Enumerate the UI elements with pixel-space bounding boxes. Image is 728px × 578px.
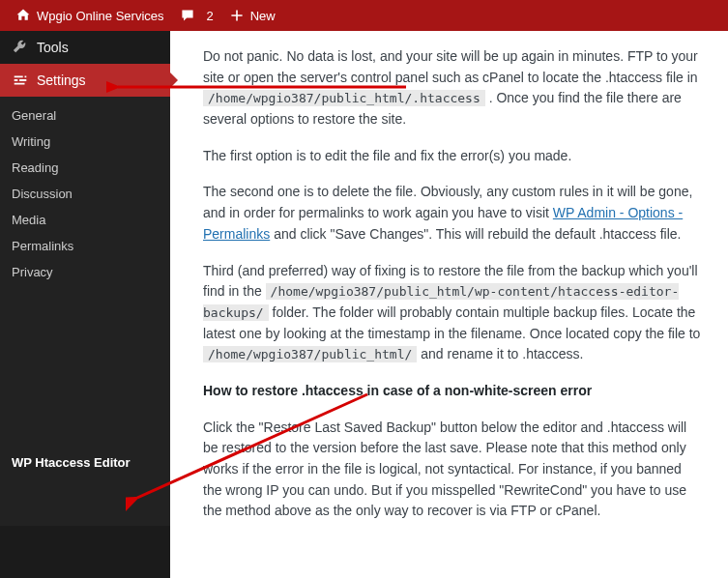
paragraph-option3: Third (and preferred) way of fixing is t… — [203, 261, 703, 365]
comment-icon — [180, 8, 195, 23]
menu-tools-label: Tools — [37, 40, 69, 55]
new-link[interactable]: New — [221, 0, 283, 31]
submenu-wp-htaccess-editor[interactable]: WP Htaccess Editor — [0, 449, 170, 476]
site-link[interactable]: Wpgio Online Services — [8, 0, 172, 31]
settings-submenu: General Writing Reading Discussion Media… — [0, 97, 170, 526]
sliders-icon — [12, 72, 29, 89]
comments-count: 2 — [207, 9, 214, 23]
submenu-media[interactable]: Media — [0, 207, 170, 233]
admin-sidebar: Tools Settings General Writing Reading D… — [0, 31, 170, 578]
text: and rename it to .htaccess. — [421, 346, 583, 361]
paragraph-intro: Do not panic. No data is lost, and your … — [203, 46, 703, 130]
paragraph-option2: The second one is to delete the file. Ob… — [203, 182, 703, 245]
code-publichtml-path: /home/wpgio387/public_html/ — [203, 346, 417, 362]
menu-settings-label: Settings — [37, 72, 86, 88]
submenu-general[interactable]: General — [0, 102, 170, 129]
text: folder. The folder will probably contain… — [203, 304, 700, 341]
text: Do not panic. No data is lost, and your … — [203, 48, 698, 85]
submenu-permalinks[interactable]: Permalinks — [0, 233, 170, 259]
code-htaccess-path: /home/wpgio387/public_html/.htaccess — [203, 90, 485, 106]
strong-text: How to restore .htaccess in case of a no… — [203, 383, 592, 398]
paragraph-restore-button: Click the "Restore Last Saved Backup" bu… — [203, 418, 703, 522]
comments-link[interactable]: 2 — [172, 0, 221, 31]
paragraph-option1: The first option is to edit the file and… — [203, 146, 703, 167]
menu-settings[interactable]: Settings — [0, 64, 170, 97]
admin-toolbar: Wpgio Online Services 2 New — [0, 0, 728, 31]
submenu-writing[interactable]: Writing — [0, 129, 170, 155]
menu-tools[interactable]: Tools — [0, 31, 170, 64]
heading-non-white-screen: How to restore .htaccess in case of a no… — [203, 381, 703, 402]
text: and click "Save Changes". This will rebu… — [274, 226, 681, 242]
plus-icon — [229, 8, 245, 23]
site-name: Wpgio Online Services — [37, 9, 164, 23]
submenu-privacy[interactable]: Privacy — [0, 259, 170, 285]
home-icon — [15, 8, 31, 23]
main-content: Do not panic. No data is lost, and your … — [170, 31, 728, 578]
submenu-reading[interactable]: Reading — [0, 155, 170, 181]
new-label: New — [250, 9, 276, 23]
wrench-icon — [12, 39, 29, 56]
submenu-discussion[interactable]: Discussion — [0, 181, 170, 207]
